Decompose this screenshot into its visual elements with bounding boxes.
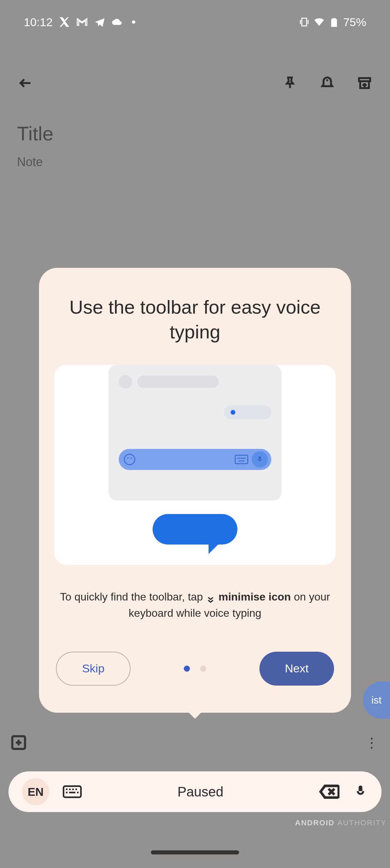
keyboard-icon <box>235 455 248 464</box>
onboarding-modal: Use the toolbar for easy voice typing To… <box>39 268 351 713</box>
voice-status-label: Paused <box>82 784 319 800</box>
page-dot-1 <box>184 666 190 672</box>
illustration-input-bar <box>119 449 271 470</box>
chevron-down-icon <box>206 593 215 602</box>
modal-illustration <box>54 365 336 565</box>
reminder-button[interactable] <box>315 71 339 95</box>
page-dot-2 <box>200 666 206 672</box>
status-time: 10:12 <box>24 16 53 29</box>
more-button[interactable]: ⋮ <box>365 735 380 750</box>
x-app-icon <box>59 16 70 28</box>
svg-rect-3 <box>69 789 71 790</box>
svg-rect-4 <box>72 789 74 790</box>
pin-button[interactable] <box>278 71 302 95</box>
note-toolbar: ⋮ <box>10 729 380 756</box>
status-bar: 10:12 75% <box>0 0 390 44</box>
svg-rect-6 <box>66 792 67 793</box>
app-header <box>0 64 390 102</box>
svg-rect-7 <box>69 792 76 793</box>
add-button[interactable] <box>10 734 27 751</box>
cloud-icon <box>112 16 123 28</box>
chat-bubble-icon <box>153 514 237 545</box>
next-button[interactable]: Next <box>259 652 334 686</box>
svg-rect-8 <box>77 792 79 793</box>
modal-title: Use the toolbar for easy voice typing <box>54 295 336 344</box>
backspace-button[interactable] <box>319 784 339 800</box>
modal-description: To quickly find the toolbar, tap minimis… <box>54 589 336 621</box>
title-input[interactable]: Title <box>17 122 373 145</box>
keyboard-button[interactable] <box>63 785 82 798</box>
watermark: ANDROID AUTHORITY <box>295 818 387 827</box>
svg-rect-5 <box>75 789 77 790</box>
wifi-icon <box>313 16 325 28</box>
battery-icon <box>328 16 340 28</box>
skip-button[interactable]: Skip <box>56 652 131 686</box>
emoji-icon <box>124 454 135 465</box>
vibrate-icon <box>298 16 310 28</box>
mic-icon <box>252 451 268 468</box>
suggestion-chip[interactable]: ist <box>363 682 390 719</box>
battery-percent: 75% <box>343 16 366 29</box>
note-body-input[interactable]: Note <box>17 155 373 169</box>
voice-typing-toolbar: EN Paused <box>8 771 382 812</box>
page-indicator <box>184 666 206 672</box>
svg-rect-2 <box>66 789 67 790</box>
note-editor[interactable]: Title Note <box>17 122 373 169</box>
back-button[interactable] <box>14 71 37 95</box>
mic-button[interactable] <box>353 784 368 799</box>
telegram-icon <box>94 16 105 28</box>
language-button[interactable]: EN <box>22 778 49 805</box>
archive-button[interactable] <box>353 71 376 95</box>
notification-dot-icon <box>132 20 135 24</box>
gmail-icon <box>76 16 88 28</box>
nav-handle[interactable] <box>151 850 239 854</box>
